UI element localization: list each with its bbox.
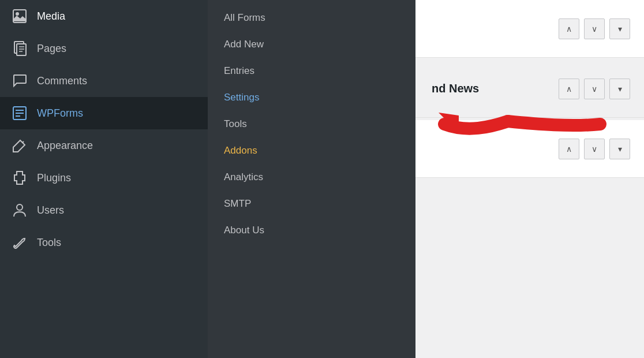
up-btn[interactable]: ∧ <box>559 79 579 99</box>
down-btn[interactable]: ∨ <box>584 139 605 159</box>
media-icon <box>12 8 28 24</box>
sidebar-label-appearance: Appearance <box>37 140 93 152</box>
sidebar-item-pages[interactable]: Pages <box>0 32 208 65</box>
row-controls: ∧∨▾ <box>559 139 630 159</box>
appearance-icon <box>12 137 28 154</box>
dropdown-btn[interactable]: ▾ <box>609 79 630 99</box>
submenu-wrapper: All FormsAdd NewEntriesSettingsToolsAddo… <box>208 0 415 358</box>
submenu: All FormsAdd NewEntriesSettingsToolsAddo… <box>208 0 415 358</box>
dropdown-btn[interactable]: ▾ <box>609 18 630 39</box>
main-content: ∧∨▾nd News∧∨▾∧∨▾ <box>415 0 644 358</box>
pages-icon <box>12 40 28 57</box>
sidebar-item-media[interactable]: Media <box>0 0 208 32</box>
sidebar-label-comments: Comments <box>37 75 87 87</box>
sidebar-item-plugins[interactable]: Plugins <box>0 162 208 194</box>
submenu-item-analytics[interactable]: Analytics <box>208 164 415 191</box>
sidebar-label-pages: Pages <box>37 43 66 55</box>
dropdown-btn[interactable]: ▾ <box>609 139 630 159</box>
sidebar-item-appearance[interactable]: Appearance <box>0 129 208 162</box>
plugins-icon <box>12 170 28 186</box>
sidebar-label-tools: Tools <box>37 237 61 249</box>
submenu-item-smtp[interactable]: SMTP <box>208 191 415 217</box>
svg-point-1 <box>16 12 19 16</box>
tools-icon <box>12 234 28 251</box>
sidebar-item-tools[interactable]: Tools <box>0 226 208 259</box>
up-btn[interactable]: ∧ <box>559 18 579 39</box>
submenu-item-entries[interactable]: Entries <box>208 58 415 84</box>
row-controls: ∧∨▾ <box>559 18 630 39</box>
down-btn[interactable]: ∨ <box>584 79 605 99</box>
sidebar-label-media: Media <box>37 10 65 23</box>
up-btn[interactable]: ∧ <box>559 139 579 159</box>
submenu-item-add-new[interactable]: Add New <box>208 31 415 58</box>
sidebar: Media Pages Comments WPForms Appearance … <box>0 0 208 358</box>
sidebar-item-comments[interactable]: Comments <box>0 65 208 97</box>
comments-icon <box>12 73 28 89</box>
row-controls: ∧∨▾ <box>559 79 630 99</box>
submenu-item-all-forms[interactable]: All Forms <box>208 5 415 31</box>
sidebar-item-wpforms[interactable]: WPForms <box>0 97 208 129</box>
content-row-row2: nd News∧∨▾ <box>415 60 644 118</box>
wpforms-icon <box>12 105 28 121</box>
submenu-item-about-us[interactable]: About Us <box>208 217 415 244</box>
content-row-row3: ∧∨▾ <box>415 120 644 178</box>
submenu-item-tools[interactable]: Tools <box>208 111 415 137</box>
content-row-label: nd News <box>429 82 559 95</box>
sidebar-item-users[interactable]: Users <box>0 194 208 226</box>
down-btn[interactable]: ∨ <box>584 18 605 39</box>
content-row-row1: ∧∨▾ <box>415 0 644 58</box>
sidebar-label-plugins: Plugins <box>37 172 71 184</box>
svg-line-11 <box>23 141 24 143</box>
submenu-item-addons[interactable]: Addons <box>208 137 415 164</box>
sidebar-label-users: Users <box>37 204 64 217</box>
submenu-item-settings[interactable]: Settings <box>208 84 415 111</box>
svg-rect-3 <box>17 44 26 55</box>
sidebar-label-wpforms: WPForms <box>37 107 83 120</box>
svg-point-12 <box>17 204 23 210</box>
users-icon <box>12 202 28 218</box>
